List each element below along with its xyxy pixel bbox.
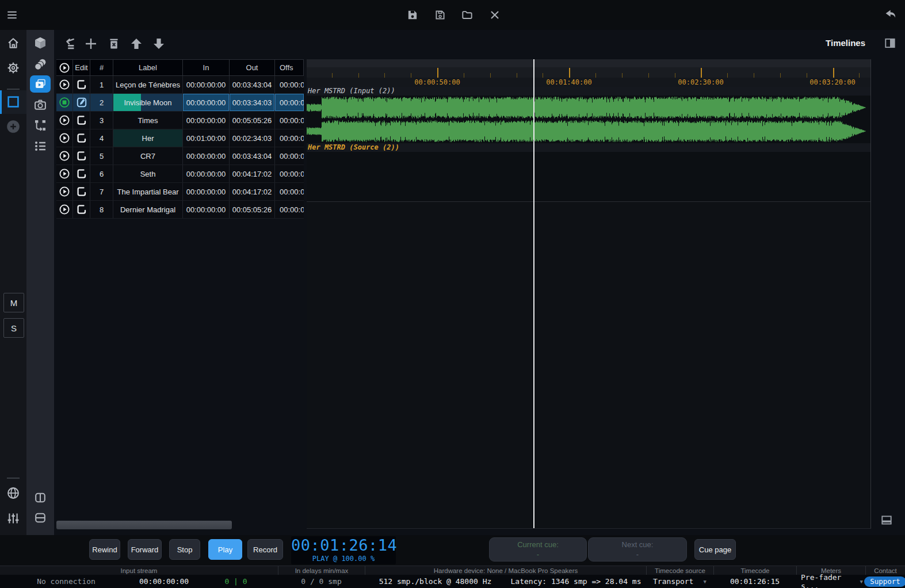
- 3d-cube-icon[interactable]: [33, 36, 47, 50]
- toggle-bottom-panel-icon[interactable]: [880, 514, 893, 526]
- meters-dropdown[interactable]: Pre-fader s... ▼: [796, 575, 865, 588]
- timeline-empty-area[interactable]: [307, 201, 870, 529]
- settings-gear-icon[interactable]: [6, 61, 20, 75]
- transport-rewind-button[interactable]: Rewind: [89, 539, 120, 560]
- row-play-button[interactable]: [56, 129, 73, 147]
- hamburger-menu-icon[interactable]: [6, 9, 18, 21]
- row-label[interactable]: Her: [113, 129, 183, 147]
- row-play-button[interactable]: [56, 183, 73, 200]
- row-in-time[interactable]: 00:00:00:00: [183, 183, 230, 200]
- track2-body[interactable]: [307, 152, 870, 201]
- row-play-button[interactable]: [56, 112, 73, 129]
- transport-play-button[interactable]: Play: [208, 539, 242, 560]
- row-number[interactable]: 5: [90, 147, 113, 165]
- list-icon[interactable]: [33, 139, 47, 153]
- row-label[interactable]: The Impartial Bear: [113, 183, 183, 200]
- table-row[interactable]: 3Times00:00:00:0000:05:05:2600:00:0: [56, 112, 304, 129]
- support-button[interactable]: Support: [864, 576, 905, 587]
- transport-forward-button[interactable]: Forward: [128, 539, 162, 560]
- row-number[interactable]: 3: [90, 112, 113, 129]
- toggle-side-panel-icon[interactable]: [884, 37, 896, 49]
- row-offset-time[interactable]: 00:00:0: [275, 147, 304, 165]
- timeline-ruler[interactable]: [307, 59, 870, 78]
- split-horizontal-icon[interactable]: [33, 511, 47, 525]
- table-row[interactable]: 4Her00:01:00:0000:02:34:0300:00:0: [56, 129, 304, 147]
- table-row[interactable]: 7The Impartial Bear00:00:00:0000:04:17:0…: [56, 183, 304, 201]
- row-in-time[interactable]: 00:00:00:00: [183, 165, 230, 182]
- row-edit-button[interactable]: [73, 76, 90, 93]
- row-in-time[interactable]: 00:01:00:00: [183, 129, 230, 147]
- row-label[interactable]: Times: [113, 112, 183, 129]
- row-number[interactable]: 8: [90, 201, 113, 218]
- row-edit-button[interactable]: [73, 147, 90, 165]
- row-edit-button[interactable]: [73, 94, 90, 111]
- playhead-cursor[interactable]: [533, 59, 534, 528]
- row-offset-time[interactable]: 00:00:0: [275, 201, 304, 218]
- row-play-button[interactable]: [56, 165, 73, 182]
- row-number[interactable]: 2: [90, 94, 113, 111]
- table-row[interactable]: 1Leçon de Ténèbres00:00:00:0000:03:43:04…: [56, 76, 304, 94]
- row-label[interactable]: CR7: [113, 147, 183, 165]
- row-play-button[interactable]: [56, 76, 73, 93]
- row-edit-button[interactable]: [73, 112, 90, 129]
- row-offset-time[interactable]: 00:00:0: [275, 129, 304, 147]
- add-workspace-icon[interactable]: [6, 120, 20, 133]
- sidebar-item-workspace-active[interactable]: [0, 90, 26, 114]
- mute-button[interactable]: M: [3, 293, 24, 312]
- row-offset-time[interactable]: 00:00:0: [275, 183, 304, 200]
- row-out-time[interactable]: 00:05:05:26: [230, 201, 275, 218]
- transport-record-button[interactable]: Record: [247, 539, 283, 560]
- row-label[interactable]: Seth: [113, 165, 183, 182]
- row-out-time[interactable]: 00:04:17:02: [230, 183, 275, 200]
- row-out-time[interactable]: 00:04:17:02: [230, 165, 275, 182]
- globe-icon[interactable]: [6, 486, 20, 500]
- row-number[interactable]: 1: [90, 76, 113, 93]
- mixer-sliders-icon[interactable]: [6, 511, 20, 525]
- move-down-icon[interactable]: [152, 37, 166, 51]
- row-edit-button[interactable]: [73, 165, 90, 182]
- row-offset-time[interactable]: 00:00:0: [275, 94, 304, 111]
- routing-flow-icon[interactable]: [33, 119, 47, 132]
- save-as-icon[interactable]: [434, 9, 446, 21]
- row-out-time[interactable]: 00:03:34:03: [230, 94, 275, 111]
- table-row[interactable]: 6Seth00:00:00:0000:04:17:0200:00:0: [56, 165, 304, 183]
- row-in-time[interactable]: 00:00:00:00: [183, 201, 230, 218]
- table-row[interactable]: 8Dernier Madrigal00:00:00:0000:05:05:260…: [56, 201, 304, 219]
- cue-page-button[interactable]: Cue page: [694, 539, 736, 560]
- split-vertical-icon[interactable]: [33, 491, 47, 505]
- row-in-time[interactable]: 00:00:00:00: [183, 112, 230, 129]
- table-row[interactable]: 5CR700:00:00:0000:03:43:0400:00:0: [56, 147, 304, 165]
- row-edit-button[interactable]: [73, 183, 90, 200]
- row-offset-time[interactable]: 00:00:0: [275, 165, 304, 182]
- transport-stop-button[interactable]: Stop: [169, 539, 200, 560]
- table-row[interactable]: 2Invisible Moon00:00:00:0000:03:34:0300:…: [56, 94, 304, 112]
- row-stop-button[interactable]: [56, 94, 73, 111]
- row-in-time[interactable]: 00:00:00:00: [183, 147, 230, 165]
- home-icon[interactable]: [6, 36, 20, 50]
- camera-icon[interactable]: [33, 98, 47, 112]
- undo-icon[interactable]: [883, 8, 896, 21]
- row-play-button[interactable]: [56, 201, 73, 218]
- row-number[interactable]: 7: [90, 183, 113, 200]
- row-play-button[interactable]: [56, 147, 73, 165]
- save-icon[interactable]: [406, 9, 419, 21]
- row-in-time[interactable]: 00:00:00:00: [183, 94, 230, 111]
- delete-row-icon[interactable]: [107, 37, 121, 51]
- row-label[interactable]: Invisible Moon: [113, 94, 183, 111]
- move-out-icon[interactable]: [62, 37, 76, 51]
- current-cue-button[interactable]: Current cue: -: [489, 537, 587, 562]
- track2-header[interactable]: Her MSTRD (Source (2)): [307, 143, 870, 152]
- row-label[interactable]: Leçon de Ténèbres: [113, 76, 183, 93]
- timecode-source-dropdown[interactable]: Transport ▼: [646, 575, 713, 588]
- row-label[interactable]: Dernier Madrigal: [113, 201, 183, 218]
- solo-button[interactable]: S: [3, 318, 24, 338]
- next-cue-button[interactable]: Next cue: -: [588, 537, 687, 562]
- row-out-time[interactable]: 00:05:05:26: [230, 112, 275, 129]
- row-out-time[interactable]: 00:02:34:03: [230, 129, 275, 147]
- row-out-time[interactable]: 00:03:43:04: [230, 147, 275, 165]
- scrollbar-thumb[interactable]: [56, 521, 232, 529]
- media-discs-icon[interactable]: [33, 58, 47, 71]
- row-number[interactable]: 6: [90, 165, 113, 182]
- move-up-icon[interactable]: [129, 37, 143, 51]
- row-out-time[interactable]: 00:03:43:04: [230, 76, 275, 93]
